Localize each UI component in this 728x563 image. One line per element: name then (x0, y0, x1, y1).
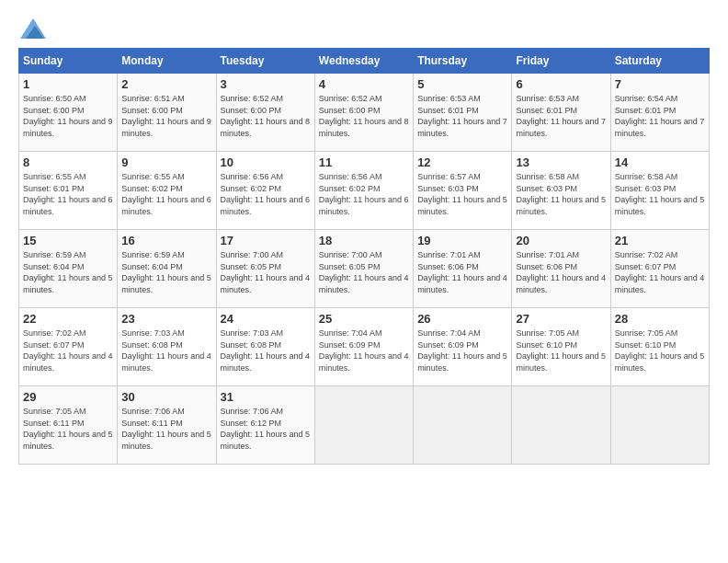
day-number: 21 (615, 234, 705, 247)
day-info: Sunrise: 7:03 AM Sunset: 6:08 PM Dayligh… (121, 327, 211, 373)
calendar-cell (414, 386, 512, 465)
calendar-cell: 20 Sunrise: 7:01 AM Sunset: 6:06 PM Dayl… (512, 230, 610, 308)
calendar-cell: 13 Sunrise: 6:58 AM Sunset: 6:03 PM Dayl… (512, 152, 610, 230)
day-info: Sunrise: 6:55 AM Sunset: 6:02 PM Dayligh… (121, 171, 211, 217)
calendar-week-2: 8 Sunrise: 6:55 AM Sunset: 6:01 PM Dayli… (19, 152, 710, 230)
logo (18, 18, 46, 39)
day-number: 3 (221, 77, 311, 91)
calendar-cell: 15 Sunrise: 6:59 AM Sunset: 6:04 PM Dayl… (19, 230, 118, 308)
day-number: 20 (516, 234, 606, 247)
day-number: 13 (516, 155, 606, 169)
day-info: Sunrise: 7:00 AM Sunset: 6:05 PM Dayligh… (319, 249, 409, 295)
day-number: 8 (23, 155, 113, 169)
day-number: 2 (121, 77, 211, 91)
calendar-cell: 1 Sunrise: 6:50 AM Sunset: 6:00 PM Dayli… (19, 74, 118, 152)
calendar-cell (512, 386, 610, 465)
day-info: Sunrise: 7:04 AM Sunset: 6:09 PM Dayligh… (417, 327, 507, 373)
calendar-cell: 4 Sunrise: 6:52 AM Sunset: 6:00 PM Dayli… (314, 74, 413, 152)
day-number: 30 (121, 390, 211, 404)
day-info: Sunrise: 7:02 AM Sunset: 6:07 PM Dayligh… (615, 249, 705, 295)
calendar-cell: 10 Sunrise: 6:56 AM Sunset: 6:02 PM Dayl… (216, 152, 314, 230)
calendar-cell: 22 Sunrise: 7:02 AM Sunset: 6:07 PM Dayl… (19, 308, 118, 386)
day-info: Sunrise: 7:02 AM Sunset: 6:07 PM Dayligh… (23, 327, 113, 373)
day-number: 15 (23, 234, 113, 247)
col-header-friday: Friday (512, 49, 610, 74)
day-number: 5 (417, 77, 507, 91)
calendar-week-3: 15 Sunrise: 6:59 AM Sunset: 6:04 PM Dayl… (19, 230, 710, 308)
day-info: Sunrise: 6:58 AM Sunset: 6:03 PM Dayligh… (516, 171, 606, 217)
calendar-week-5: 29 Sunrise: 7:05 AM Sunset: 6:11 PM Dayl… (19, 386, 710, 465)
day-info: Sunrise: 7:05 AM Sunset: 6:11 PM Dayligh… (23, 406, 113, 452)
day-number: 25 (319, 312, 409, 326)
page-header (18, 18, 710, 39)
day-number: 31 (221, 390, 311, 404)
day-number: 24 (221, 312, 311, 326)
day-info: Sunrise: 6:59 AM Sunset: 6:04 PM Dayligh… (23, 249, 113, 295)
calendar-cell: 27 Sunrise: 7:05 AM Sunset: 6:10 PM Dayl… (512, 308, 610, 386)
col-header-sunday: Sunday (19, 49, 118, 74)
day-info: Sunrise: 6:52 AM Sunset: 6:00 PM Dayligh… (221, 93, 311, 139)
day-number: 17 (221, 234, 311, 247)
day-info: Sunrise: 6:51 AM Sunset: 6:00 PM Dayligh… (121, 93, 211, 139)
calendar-cell: 25 Sunrise: 7:04 AM Sunset: 6:09 PM Dayl… (314, 308, 413, 386)
day-number: 4 (319, 77, 409, 91)
day-number: 23 (121, 312, 211, 326)
day-number: 27 (516, 312, 606, 326)
col-header-monday: Monday (118, 49, 216, 74)
day-number: 16 (121, 234, 211, 247)
day-number: 1 (23, 77, 113, 91)
day-info: Sunrise: 7:00 AM Sunset: 6:05 PM Dayligh… (221, 249, 311, 295)
day-number: 19 (417, 234, 507, 247)
day-info: Sunrise: 6:54 AM Sunset: 6:01 PM Dayligh… (615, 93, 705, 139)
day-info: Sunrise: 7:05 AM Sunset: 6:10 PM Dayligh… (615, 327, 705, 373)
day-number: 10 (221, 155, 311, 169)
day-number: 22 (23, 312, 113, 326)
calendar-cell: 21 Sunrise: 7:02 AM Sunset: 6:07 PM Dayl… (610, 230, 709, 308)
day-number: 26 (417, 312, 507, 326)
day-info: Sunrise: 7:06 AM Sunset: 6:11 PM Dayligh… (121, 406, 211, 452)
day-number: 7 (615, 77, 705, 91)
col-header-saturday: Saturday (610, 49, 709, 74)
day-info: Sunrise: 7:04 AM Sunset: 6:09 PM Dayligh… (319, 327, 409, 373)
calendar-cell: 8 Sunrise: 6:55 AM Sunset: 6:01 PM Dayli… (19, 152, 118, 230)
day-info: Sunrise: 6:53 AM Sunset: 6:01 PM Dayligh… (417, 93, 507, 139)
calendar-cell: 6 Sunrise: 6:53 AM Sunset: 6:01 PM Dayli… (512, 74, 610, 152)
calendar-cell: 5 Sunrise: 6:53 AM Sunset: 6:01 PM Dayli… (414, 74, 512, 152)
calendar-week-4: 22 Sunrise: 7:02 AM Sunset: 6:07 PM Dayl… (19, 308, 710, 386)
calendar-cell: 31 Sunrise: 7:06 AM Sunset: 6:12 PM Dayl… (216, 386, 314, 465)
calendar-cell: 23 Sunrise: 7:03 AM Sunset: 6:08 PM Dayl… (118, 308, 216, 386)
day-info: Sunrise: 6:57 AM Sunset: 6:03 PM Dayligh… (417, 171, 507, 217)
calendar-cell: 12 Sunrise: 6:57 AM Sunset: 6:03 PM Dayl… (414, 152, 512, 230)
calendar-cell: 3 Sunrise: 6:52 AM Sunset: 6:00 PM Dayli… (216, 74, 314, 152)
calendar-week-1: 1 Sunrise: 6:50 AM Sunset: 6:00 PM Dayli… (19, 74, 710, 152)
day-number: 28 (615, 312, 705, 326)
calendar-header: SundayMondayTuesdayWednesdayThursdayFrid… (19, 49, 710, 74)
calendar-cell (314, 386, 413, 465)
calendar-table: SundayMondayTuesdayWednesdayThursdayFrid… (18, 48, 710, 465)
day-info: Sunrise: 7:01 AM Sunset: 6:06 PM Dayligh… (417, 249, 507, 295)
calendar-cell: 2 Sunrise: 6:51 AM Sunset: 6:00 PM Dayli… (118, 74, 216, 152)
day-number: 6 (516, 77, 606, 91)
day-info: Sunrise: 7:01 AM Sunset: 6:06 PM Dayligh… (516, 249, 606, 295)
calendar-cell: 7 Sunrise: 6:54 AM Sunset: 6:01 PM Dayli… (610, 74, 709, 152)
day-info: Sunrise: 6:50 AM Sunset: 6:00 PM Dayligh… (23, 93, 113, 139)
day-info: Sunrise: 6:53 AM Sunset: 6:01 PM Dayligh… (516, 93, 606, 139)
day-number: 29 (23, 390, 113, 404)
col-header-tuesday: Tuesday (216, 49, 314, 74)
day-info: Sunrise: 6:56 AM Sunset: 6:02 PM Dayligh… (319, 171, 409, 217)
day-number: 12 (417, 155, 507, 169)
col-header-wednesday: Wednesday (314, 49, 413, 74)
day-info: Sunrise: 6:55 AM Sunset: 6:01 PM Dayligh… (23, 171, 113, 217)
day-info: Sunrise: 7:03 AM Sunset: 6:08 PM Dayligh… (221, 327, 311, 373)
day-info: Sunrise: 6:58 AM Sunset: 6:03 PM Dayligh… (615, 171, 705, 217)
day-number: 18 (319, 234, 409, 247)
day-number: 9 (121, 155, 211, 169)
day-info: Sunrise: 7:06 AM Sunset: 6:12 PM Dayligh… (221, 406, 311, 452)
day-info: Sunrise: 6:56 AM Sunset: 6:02 PM Dayligh… (221, 171, 311, 217)
day-number: 11 (319, 155, 409, 169)
calendar-cell: 26 Sunrise: 7:04 AM Sunset: 6:09 PM Dayl… (414, 308, 512, 386)
calendar-cell: 18 Sunrise: 7:00 AM Sunset: 6:05 PM Dayl… (314, 230, 413, 308)
day-info: Sunrise: 6:52 AM Sunset: 6:00 PM Dayligh… (319, 93, 409, 139)
calendar-cell: 16 Sunrise: 6:59 AM Sunset: 6:04 PM Dayl… (118, 230, 216, 308)
logo-icon (20, 18, 46, 39)
